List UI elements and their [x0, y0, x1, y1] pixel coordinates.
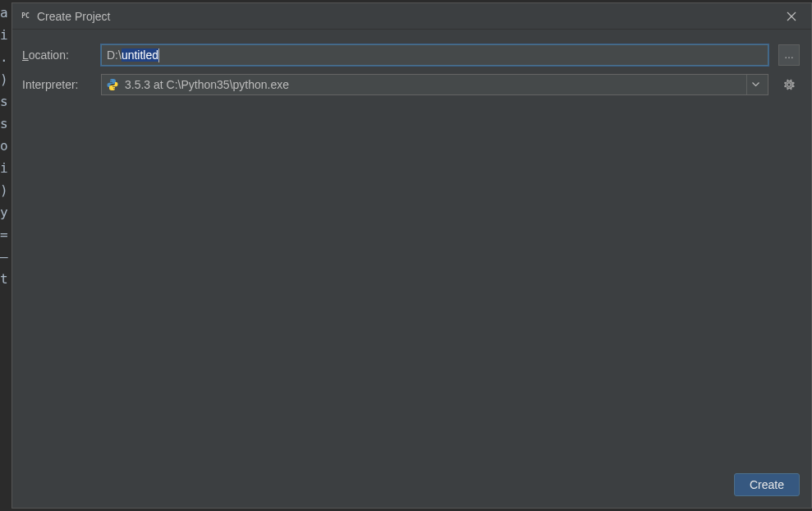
- interpreter-row: Interpreter: 3.5.3 at C:\Python35\python…: [22, 74, 800, 95]
- interpreter-label: Interpreter:: [22, 78, 91, 91]
- location-label: Location:: [22, 48, 91, 62]
- location-value-prefix: D:\: [107, 48, 122, 62]
- browse-location-button[interactable]: …: [778, 44, 800, 66]
- dialog-content: Location: D:\untitled … Interpreter: 3: [12, 30, 811, 465]
- gear-icon: [782, 78, 796, 91]
- ellipsis-icon: …: [784, 49, 794, 61]
- dialog-titlebar: PC Create Project: [12, 3, 811, 30]
- dialog-footer: Create: [12, 465, 811, 508]
- interpreter-selected-value: 3.5.3 at C:\Python35\python.exe: [125, 78, 743, 91]
- create-button[interactable]: Create: [734, 473, 800, 496]
- dropdown-arrow[interactable]: [746, 75, 764, 94]
- python-icon: [105, 77, 120, 92]
- interpreter-settings-button[interactable]: [778, 74, 800, 95]
- close-button[interactable]: [778, 5, 805, 28]
- pycharm-icon: PC: [19, 10, 32, 23]
- background-editor-fragment: a i.)ssoi)y=—t: [0, 0, 11, 511]
- location-input[interactable]: D:\untitled: [101, 44, 768, 66]
- interpreter-select[interactable]: 3.5.3 at C:\Python35\python.exe: [101, 74, 768, 95]
- create-project-dialog: PC Create Project Location: D:\untitled …: [11, 2, 812, 509]
- location-row: Location: D:\untitled …: [22, 44, 800, 66]
- location-value-selected: untitled: [122, 48, 158, 62]
- text-caret: [158, 48, 159, 62]
- close-icon: [787, 12, 796, 21]
- dialog-title: Create Project: [37, 10, 778, 23]
- chevron-down-icon: [752, 82, 759, 87]
- location-input-wrapper[interactable]: D:\untitled: [101, 44, 768, 66]
